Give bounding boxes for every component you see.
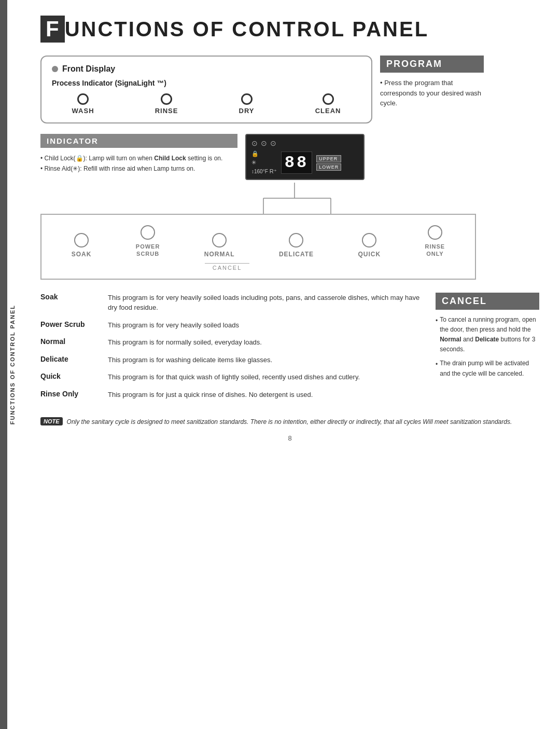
cancel-box: CANCEL • To cancel a running program, op… bbox=[436, 293, 539, 383]
display-icon-1: ⊙ bbox=[251, 139, 258, 147]
soak-term: Soak bbox=[40, 293, 97, 301]
button-power-scrub[interactable]: POWERSCRUB bbox=[136, 225, 160, 258]
front-display-dot bbox=[52, 66, 58, 72]
clean-circle bbox=[323, 93, 334, 105]
desc-row-normal: Normal This program is for normally soil… bbox=[40, 337, 425, 348]
rinse-only-label: RINSEONLY bbox=[425, 243, 445, 258]
program-box: PROGRAM • Press the program that corresp… bbox=[380, 56, 484, 123]
cancel-header: CANCEL bbox=[436, 293, 539, 310]
rinse-aid-text: • Rinse Aid(✳): Refill with rinse aid wh… bbox=[40, 163, 237, 174]
r-plus-icon: R⁺ bbox=[270, 168, 277, 175]
power-scrub-circle bbox=[141, 225, 155, 240]
power-scrub-term: Power Scrub bbox=[40, 320, 97, 328]
note-section: NOTE Only the sanitary cycle is designed… bbox=[40, 417, 539, 427]
soak-label: SOAK bbox=[72, 251, 92, 258]
display-number: 88 bbox=[281, 152, 312, 174]
program-header: PROGRAM bbox=[380, 56, 484, 73]
normal-def: This program is for normally soiled, eve… bbox=[108, 337, 262, 348]
desc-row-quick: Quick This program is for that quick was… bbox=[40, 372, 425, 382]
normal-term: Normal bbox=[40, 337, 97, 346]
quick-def: This program is for that quick wash of l… bbox=[108, 372, 360, 382]
buttons-row: SOAK POWERSCRUB NORMAL DELICATE bbox=[49, 225, 467, 258]
power-scrub-label: POWERSCRUB bbox=[136, 243, 160, 258]
cancel-brace: CANCEL bbox=[205, 263, 250, 271]
button-normal[interactable]: NORMAL bbox=[204, 233, 235, 258]
rinse-only-term: Rinse Only bbox=[40, 390, 97, 398]
display-screen-row: 🔒 ✳ ↕160°F R⁺ 88 UPPER LOWER bbox=[251, 150, 358, 175]
display-lower: LOWER bbox=[316, 163, 341, 171]
rinse-label: RINSE bbox=[155, 107, 178, 115]
desc-row-rinse-only: Rinse Only This program is for just a qu… bbox=[40, 390, 425, 400]
dry-label: DRY bbox=[239, 107, 255, 115]
clean-label: CLEAN bbox=[315, 107, 341, 115]
indicator-header: INDICATOR bbox=[40, 134, 237, 148]
front-display-header: Front Display bbox=[52, 64, 361, 74]
program-text: • Press the program that corresponds to … bbox=[380, 78, 484, 108]
front-display-section: Front Display Process Indicator (SignaLi… bbox=[40, 56, 539, 123]
indicator-icons: WASH RINSE DRY CLEAN bbox=[52, 93, 361, 115]
bullet-symbol-1: • bbox=[436, 316, 438, 355]
temp-icon: ↕160°F bbox=[251, 169, 268, 174]
indicator-text: • Child Lock(🔒): Lamp will turn on when … bbox=[40, 153, 237, 174]
buttons-section: SOAK POWERSCRUB NORMAL DELICATE bbox=[40, 214, 476, 280]
cancel-bullet-2-text: The drain pump will be activated and the… bbox=[440, 359, 539, 378]
indicator-wash: WASH bbox=[72, 93, 94, 115]
child-lock-text: • Child Lock(🔒): Lamp will turn on when … bbox=[40, 153, 237, 163]
note-text: Only the sanitary cycle is designed to m… bbox=[67, 417, 512, 427]
main-content: F UNCTIONS OF CONTROL PANEL Front Displa… bbox=[25, 0, 560, 458]
bullet-symbol-2: • bbox=[436, 360, 438, 378]
display-icon-3: ⊙ bbox=[270, 139, 276, 147]
page-title: F UNCTIONS OF CONTROL PANEL bbox=[40, 16, 539, 43]
quick-label: QUICK bbox=[358, 251, 381, 258]
page: FUNCTIONS OF CONTROL PANEL F UNCTIONS OF… bbox=[0, 0, 560, 729]
note-label: NOTE bbox=[40, 417, 63, 425]
cancel-bullet-1-text: To cancel a running program, open the do… bbox=[440, 315, 539, 355]
page-number: 8 bbox=[40, 434, 539, 442]
snowflake-icon: ✳ bbox=[251, 159, 277, 166]
connector-svg bbox=[40, 183, 476, 214]
display-icons-row: ⊙ ⊙ ⊙ bbox=[251, 139, 358, 147]
delicate-circle bbox=[289, 233, 303, 247]
normal-label: NORMAL bbox=[204, 251, 235, 258]
desc-row-soak: Soak This program is for very heavily so… bbox=[40, 293, 425, 313]
digital-display: ⊙ ⊙ ⊙ 🔒 ✳ ↕160°F R⁺ 88 bbox=[245, 134, 365, 180]
title-f-letter: F bbox=[40, 16, 65, 43]
cancel-text: • To cancel a running program, open the … bbox=[436, 315, 539, 379]
cancel-brace-area: CANCEL bbox=[80, 263, 374, 271]
sidebar-bar bbox=[0, 0, 7, 729]
indicator-dry: DRY bbox=[239, 93, 255, 115]
button-rinse-only[interactable]: RINSEONLY bbox=[425, 225, 445, 258]
quick-circle bbox=[362, 233, 376, 247]
front-display-title: Front Display bbox=[62, 64, 115, 74]
delicate-term: Delicate bbox=[40, 355, 97, 363]
process-indicator-label: Process Indicator (SignaLight ™) bbox=[52, 79, 361, 87]
soak-circle bbox=[74, 233, 89, 247]
button-soak[interactable]: SOAK bbox=[72, 233, 92, 258]
program-bullet: • Press the program that corresponds to … bbox=[380, 78, 484, 108]
indicator-box: INDICATOR • Child Lock(🔒): Lamp will tur… bbox=[40, 134, 237, 180]
wash-label: WASH bbox=[72, 107, 94, 115]
descriptions: Soak This program is for very heavily so… bbox=[40, 293, 425, 407]
quick-term: Quick bbox=[40, 372, 97, 380]
cancel-bullet-1: • To cancel a running program, open the … bbox=[436, 315, 539, 355]
power-scrub-def: This program is for very heavily soiled … bbox=[108, 320, 239, 331]
wash-circle bbox=[77, 93, 89, 105]
delicate-label: DELICATE bbox=[279, 251, 314, 258]
button-quick[interactable]: QUICK bbox=[358, 233, 381, 258]
button-delicate[interactable]: DELICATE bbox=[279, 233, 314, 258]
title-rest: UNCTIONS OF CONTROL PANEL bbox=[65, 18, 429, 41]
display-upper: UPPER bbox=[316, 155, 341, 162]
desc-row-power-scrub: Power Scrub This program is for very hea… bbox=[40, 320, 425, 331]
sidebar: FUNCTIONS OF CONTROL PANEL bbox=[0, 0, 25, 729]
delicate-def: This program is for washing delicate ite… bbox=[108, 355, 272, 365]
normal-circle bbox=[212, 233, 227, 247]
sidebar-label: FUNCTIONS OF CONTROL PANEL bbox=[9, 305, 16, 424]
dry-circle bbox=[241, 93, 253, 105]
display-upper-lower: UPPER LOWER bbox=[316, 155, 341, 171]
soak-def: This program is for very heavily soiled … bbox=[108, 293, 425, 313]
lock-icon: 🔒 bbox=[251, 150, 277, 157]
cancel-bullet-2: • The drain pump will be activated and t… bbox=[436, 359, 539, 378]
desc-row-delicate: Delicate This program is for washing del… bbox=[40, 355, 425, 365]
indicator-rinse: RINSE bbox=[155, 93, 178, 115]
rinse-only-circle bbox=[428, 225, 442, 240]
